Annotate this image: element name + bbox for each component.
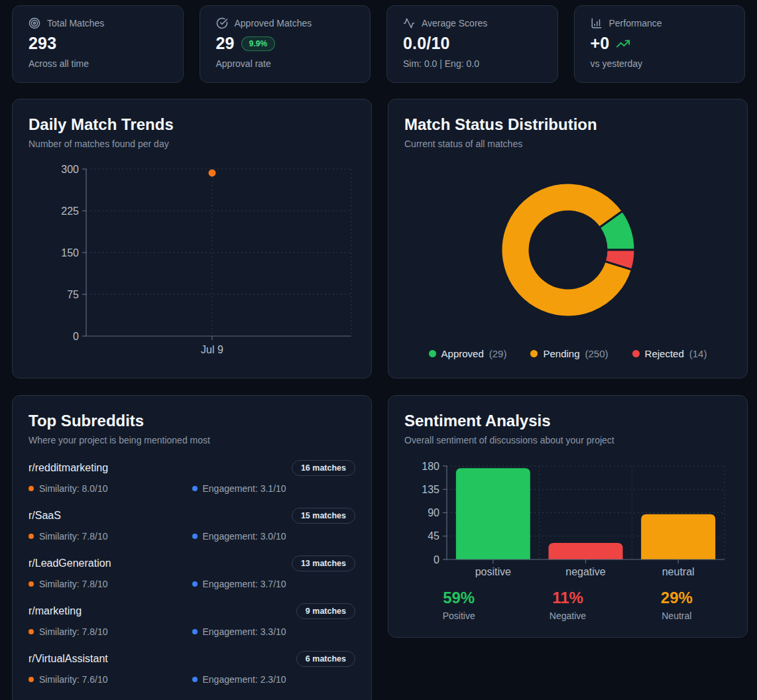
similarity-dot <box>29 581 34 587</box>
legend-dot-approved <box>429 350 436 357</box>
svg-text:180: 180 <box>422 461 439 472</box>
legend-item-rejected: Rejected (14) <box>632 348 707 359</box>
similarity-dot <box>29 486 34 491</box>
engagement-value: Engagement: 3.7/10 <box>203 579 286 589</box>
subreddit-name: r/LeadGeneration <box>29 557 111 569</box>
sentiment-title: Sentiment Analysis <box>404 412 731 430</box>
subreddit-name: r/SaaS <box>29 510 61 522</box>
bar-neutral <box>641 514 715 559</box>
sentiment-summary-negative: 11% Negative <box>513 589 622 621</box>
stat-footer-performance: vs yesterday <box>591 58 729 69</box>
similarity-dot <box>29 677 34 682</box>
match-status-donut-chart <box>495 177 641 323</box>
stat-card-total-matches: Total Matches 293 Across all time <box>12 5 184 83</box>
subreddit-list-item: r/LeadGeneration 13 matches Similarity: … <box>29 555 355 589</box>
svg-text:neutral: neutral <box>662 566 695 577</box>
scatter-point <box>209 169 216 176</box>
positive-percentage: 59% <box>404 589 513 607</box>
legend-item-approved: Approved (29) <box>429 348 507 359</box>
daily-trends-subtitle: Number of matches found per day <box>29 139 355 149</box>
stat-label-approved-matches: Approved Matches <box>235 18 312 29</box>
similarity-value: Similarity: 7.6/10 <box>39 674 107 685</box>
svg-text:negative: negative <box>565 566 606 577</box>
approval-rate-badge: 9.9% <box>241 36 275 51</box>
subreddit-list: r/redditmarketing 16 matches Similarity:… <box>29 460 355 685</box>
match-status-title: Match Status Distribution <box>404 115 731 134</box>
sentiment-analysis-panel: Sentiment Analysis Overall sentiment of … <box>388 395 748 638</box>
engagement-value: Engagement: 3.3/10 <box>203 626 286 637</box>
sentiment-subtitle: Overall sentiment of discussions about y… <box>404 435 731 445</box>
stat-footer-total-matches: Across all time <box>29 58 167 69</box>
match-count-badge: 9 matches <box>296 603 355 619</box>
stat-value-approved-matches: 29 <box>216 34 235 53</box>
donut-legend: Approved (29) Pending (250) Rejected (14… <box>404 348 731 359</box>
match-count-badge: 6 matches <box>296 651 355 667</box>
target-icon <box>29 17 40 29</box>
match-count-badge: 16 matches <box>292 460 355 476</box>
engagement-value: Engagement: 3.0/10 <box>203 531 286 542</box>
subreddit-list-item: r/VirtualAssistant 6 matches Similarity:… <box>29 651 355 685</box>
negative-percentage: 11% <box>513 589 622 607</box>
subreddit-name: r/VirtualAssistant <box>29 653 108 665</box>
engagement-dot <box>192 534 198 539</box>
sentiment-summary-positive: 59% Positive <box>404 589 513 621</box>
stat-label-performance: Performance <box>609 18 662 29</box>
neutral-percentage: 29% <box>622 589 731 607</box>
match-count-badge: 15 matches <box>292 508 355 524</box>
svg-text:135: 135 <box>422 484 439 495</box>
svg-text:300: 300 <box>61 164 79 175</box>
subreddit-name: r/redditmarketing <box>29 462 108 474</box>
daily-trends-scatter-chart: 075150225300Jul 9 <box>29 161 355 361</box>
daily-match-trends-panel: Daily Match Trends Number of matches fou… <box>12 99 372 379</box>
activity-icon <box>403 17 415 29</box>
similarity-dot <box>29 534 34 539</box>
check-circle-icon <box>216 17 228 29</box>
stat-card-average-scores: Average Scores 0.0/10 Sim: 0.0 | Eng: 0.… <box>386 5 558 83</box>
bar-negative <box>549 543 623 559</box>
stat-value-performance: +0 <box>591 34 610 53</box>
svg-text:90: 90 <box>428 507 439 518</box>
svg-text:positive: positive <box>475 566 511 577</box>
stat-label-total-matches: Total Matches <box>47 18 104 29</box>
stat-footer-approved-matches: Approval rate <box>216 58 355 69</box>
main-grid: Daily Match Trends Number of matches fou… <box>12 99 745 700</box>
svg-text:225: 225 <box>61 205 79 217</box>
top-subreddits-title: Top Subreddits <box>29 412 355 430</box>
match-status-subtitle: Current status of all matches <box>404 139 731 149</box>
engagement-dot <box>192 629 198 634</box>
top-subreddits-panel: Top Subreddits Where your project is bei… <box>12 395 372 700</box>
stats-row: Total Matches 293 Across all time Approv… <box>12 5 745 83</box>
svg-text:45: 45 <box>428 530 439 542</box>
svg-text:Jul 9: Jul 9 <box>201 344 223 355</box>
engagement-dot <box>192 677 198 682</box>
stat-value-total-matches: 293 <box>29 34 56 53</box>
subreddit-name: r/marketing <box>29 605 82 617</box>
bar-chart-icon <box>591 17 603 29</box>
svg-text:150: 150 <box>61 247 79 259</box>
match-count-badge: 13 matches <box>292 555 355 571</box>
trending-up-icon <box>616 36 630 51</box>
stat-footer-average-scores: Sim: 0.0 | Eng: 0.0 <box>403 58 542 69</box>
daily-trends-title: Daily Match Trends <box>29 115 355 134</box>
top-subreddits-subtitle: Where your project is being mentioned mo… <box>29 435 355 445</box>
match-status-panel: Match Status Distribution Current status… <box>388 99 748 379</box>
svg-text:0: 0 <box>73 331 79 342</box>
similarity-value: Similarity: 8.0/10 <box>39 483 107 494</box>
stat-card-approved-matches: Approved Matches 29 9.9% Approval rate <box>200 5 371 83</box>
sentiment-bar-chart: 04590135180positivenegativeneutral <box>404 460 731 578</box>
subreddit-list-item: r/redditmarketing 16 matches Similarity:… <box>29 460 355 494</box>
engagement-value: Engagement: 3.1/10 <box>203 483 286 494</box>
stat-value-average-scores: 0.0/10 <box>403 34 450 53</box>
legend-dot-pending <box>530 350 538 357</box>
sentiment-summary-neutral: 29% Neutral <box>622 589 731 621</box>
svg-text:0: 0 <box>434 554 439 565</box>
legend-item-pending: Pending (250) <box>530 348 608 359</box>
engagement-value: Engagement: 2.3/10 <box>203 674 286 685</box>
similarity-value: Similarity: 7.8/10 <box>39 626 107 637</box>
engagement-dot <box>192 486 198 491</box>
subreddit-list-item: r/marketing 9 matches Similarity: 7.8/10… <box>29 603 355 637</box>
stat-label-average-scores: Average Scores <box>422 18 487 29</box>
legend-dot-rejected <box>632 350 640 357</box>
subreddit-list-item: r/SaaS 15 matches Similarity: 7.8/10 Eng… <box>29 508 355 542</box>
sentiment-summary: 59% Positive 11% Negative 29% Neutral <box>404 589 731 621</box>
